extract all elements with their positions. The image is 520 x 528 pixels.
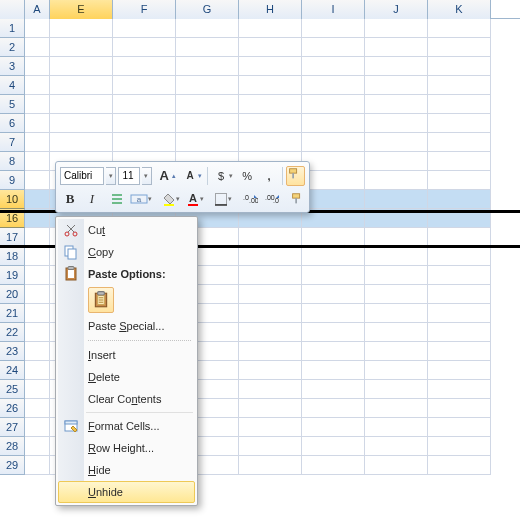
- fill-color-button[interactable]: ▾: [160, 189, 182, 209]
- cell[interactable]: [428, 38, 491, 57]
- cell[interactable]: [25, 95, 50, 114]
- cell[interactable]: [176, 133, 239, 152]
- worksheet-grid[interactable]: AEFGHIJK 1234567891016171819202122232425…: [0, 0, 520, 528]
- cell[interactable]: [176, 38, 239, 57]
- cell[interactable]: [365, 437, 428, 456]
- cell[interactable]: [365, 247, 428, 266]
- cell[interactable]: [239, 133, 302, 152]
- cell[interactable]: [50, 95, 113, 114]
- cell[interactable]: [239, 76, 302, 95]
- cell[interactable]: [302, 342, 365, 361]
- font-size-box[interactable]: 11: [118, 167, 139, 185]
- cell[interactable]: [302, 171, 365, 190]
- cell[interactable]: [428, 285, 491, 304]
- cell[interactable]: [302, 152, 365, 171]
- cell[interactable]: [50, 114, 113, 133]
- borders-button[interactable]: ▾: [212, 189, 234, 209]
- menu-row-height[interactable]: Row Height...: [58, 437, 195, 459]
- cell[interactable]: [239, 361, 302, 380]
- cell[interactable]: [428, 57, 491, 76]
- cell[interactable]: [302, 76, 365, 95]
- cell[interactable]: [428, 418, 491, 437]
- menu-insert[interactable]: Insert: [58, 344, 195, 366]
- cell[interactable]: [239, 437, 302, 456]
- cell[interactable]: [365, 361, 428, 380]
- cell[interactable]: [428, 152, 491, 171]
- row-header-26[interactable]: 26: [0, 399, 25, 418]
- row-header-3[interactable]: 3: [0, 57, 25, 76]
- column-header-E[interactable]: E: [50, 0, 113, 19]
- cell[interactable]: [239, 304, 302, 323]
- cell[interactable]: [113, 19, 176, 38]
- cell[interactable]: [365, 380, 428, 399]
- cell[interactable]: [25, 399, 50, 418]
- menu-format-cells[interactable]: Format Cells...: [58, 415, 195, 437]
- column-header-F[interactable]: F: [113, 0, 176, 19]
- accounting-format-button[interactable]: $▾: [211, 166, 235, 186]
- row-header-29[interactable]: 29: [0, 456, 25, 475]
- cell[interactable]: [25, 304, 50, 323]
- cell[interactable]: [239, 95, 302, 114]
- cell[interactable]: [365, 266, 428, 285]
- cell[interactable]: [25, 285, 50, 304]
- cell[interactable]: [365, 57, 428, 76]
- cell[interactable]: [176, 57, 239, 76]
- cell[interactable]: [176, 19, 239, 38]
- cell[interactable]: [365, 418, 428, 437]
- row-header-10[interactable]: 10: [0, 190, 25, 209]
- bold-button[interactable]: B: [60, 189, 80, 209]
- cell[interactable]: [239, 380, 302, 399]
- cell[interactable]: [302, 247, 365, 266]
- cell[interactable]: [239, 114, 302, 133]
- cell[interactable]: [25, 380, 50, 399]
- cell[interactable]: [365, 323, 428, 342]
- cell[interactable]: [428, 437, 491, 456]
- cell[interactable]: [239, 19, 302, 38]
- cell[interactable]: [113, 95, 176, 114]
- cell[interactable]: [25, 437, 50, 456]
- row-header-20[interactable]: 20: [0, 285, 25, 304]
- cell[interactable]: [302, 114, 365, 133]
- row-header-1[interactable]: 1: [0, 19, 25, 38]
- cell[interactable]: [25, 456, 50, 475]
- menu-clear-contents[interactable]: Clear Contents: [58, 388, 195, 410]
- cell[interactable]: [25, 190, 50, 209]
- cell[interactable]: [428, 266, 491, 285]
- cell[interactable]: [428, 342, 491, 361]
- cell[interactable]: [239, 399, 302, 418]
- column-header-J[interactable]: J: [365, 0, 428, 19]
- cell[interactable]: [428, 361, 491, 380]
- row-header-4[interactable]: 4: [0, 76, 25, 95]
- cell[interactable]: [365, 399, 428, 418]
- cell[interactable]: [239, 57, 302, 76]
- row-header-2[interactable]: 2: [0, 38, 25, 57]
- font-size-dropdown[interactable]: ▾: [142, 167, 152, 185]
- cell[interactable]: [365, 304, 428, 323]
- cell[interactable]: [25, 152, 50, 171]
- cell[interactable]: [365, 19, 428, 38]
- cell[interactable]: [113, 38, 176, 57]
- cell[interactable]: [25, 323, 50, 342]
- cell[interactable]: [428, 247, 491, 266]
- cell[interactable]: [239, 323, 302, 342]
- column-header-K[interactable]: K: [428, 0, 491, 19]
- decrease-decimal-button[interactable]: .00.0: [262, 189, 282, 209]
- format-painter-button[interactable]: [286, 166, 305, 186]
- cell[interactable]: [365, 456, 428, 475]
- cell[interactable]: [302, 361, 365, 380]
- cell[interactable]: [302, 133, 365, 152]
- merge-center-button[interactable]: a ▾: [128, 189, 154, 209]
- cell[interactable]: [302, 456, 365, 475]
- cell[interactable]: [302, 399, 365, 418]
- cell[interactable]: [25, 247, 50, 266]
- menu-hide[interactable]: Hide: [58, 459, 195, 481]
- cell[interactable]: [302, 380, 365, 399]
- column-header-H[interactable]: H: [239, 0, 302, 19]
- cell[interactable]: [239, 38, 302, 57]
- cell[interactable]: [428, 380, 491, 399]
- row-header-7[interactable]: 7: [0, 133, 25, 152]
- percent-format-button[interactable]: %: [237, 166, 257, 186]
- cell[interactable]: [365, 76, 428, 95]
- cell[interactable]: [239, 285, 302, 304]
- paste-option-default-button[interactable]: [88, 287, 114, 313]
